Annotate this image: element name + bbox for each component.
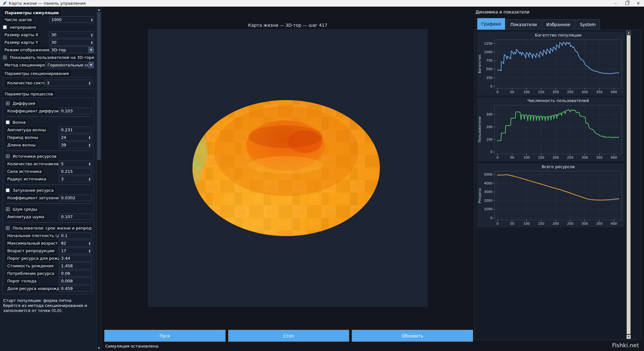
scroll-up-icon[interactable]: ▲ bbox=[626, 31, 631, 35]
spinbox[interactable]: 3▲▼ bbox=[45, 80, 92, 86]
param-group: Количество секторов3▲▼ bbox=[3, 77, 94, 89]
svg-text:150: 150 bbox=[538, 90, 544, 94]
spinbox[interactable]: 1000▲▼ bbox=[49, 16, 94, 23]
sidebar-scrollbar[interactable]: ▲ ▼ bbox=[97, 8, 101, 350]
param-label: непрерывно bbox=[8, 25, 37, 30]
spinbox[interactable]: 30▲▼ bbox=[49, 31, 94, 38]
spin-arrows-icon[interactable]: ▲▼ bbox=[90, 18, 94, 22]
scroll-down-icon[interactable]: ▼ bbox=[97, 346, 101, 350]
checkbox[interactable]: ✕ bbox=[3, 56, 7, 59]
svg-text:250: 250 bbox=[567, 222, 573, 225]
spinbox[interactable]: 82▲▼ bbox=[59, 240, 92, 246]
field-value: 82 bbox=[61, 241, 66, 246]
entry-field[interactable]: 3.44 bbox=[59, 255, 92, 262]
refresh-button[interactable]: Обновить bbox=[352, 330, 473, 342]
torus-3d-canvas[interactable] bbox=[148, 29, 428, 307]
entry-field[interactable]: 0.107 bbox=[59, 213, 92, 220]
field-value: 17 bbox=[61, 248, 66, 253]
svg-text:350: 350 bbox=[596, 222, 602, 225]
entry-field[interactable]: 0.1 bbox=[59, 232, 92, 239]
checkbox[interactable] bbox=[6, 189, 9, 192]
param-row: Размер карты X30▲▼ bbox=[3, 31, 94, 38]
svg-text:Пользователи: Пользователи bbox=[478, 117, 482, 143]
field-value: 3.44 bbox=[61, 256, 70, 261]
svg-text:200: 200 bbox=[552, 222, 559, 225]
entry-field[interactable]: 0.103 bbox=[59, 108, 92, 114]
svg-text:4000: 4000 bbox=[484, 181, 492, 185]
spin-arrows-icon[interactable]: ▲▼ bbox=[87, 143, 92, 147]
param-row: Количество секторов3▲▼ bbox=[6, 80, 92, 86]
param-row: Коэффициент диффузии0.103 bbox=[6, 108, 92, 114]
spinbox[interactable]: 39▲▼ bbox=[59, 142, 92, 148]
start-button[interactable]: Пуск bbox=[104, 330, 225, 342]
stop-button[interactable]: Стоп bbox=[228, 330, 349, 342]
checkbox[interactable]: ✕ bbox=[6, 102, 9, 105]
spinbox[interactable]: 5▲▼ bbox=[59, 161, 92, 167]
charts-scrollbar[interactable]: ▲ ▼ bbox=[626, 31, 631, 339]
param-row: Амплитуда шума0.107 bbox=[6, 213, 92, 220]
maximize-button[interactable] bbox=[621, 0, 633, 7]
spinbox[interactable]: 17▲▼ bbox=[59, 247, 92, 254]
entry-field[interactable]: 0.459 bbox=[59, 285, 92, 292]
param-row: Волна bbox=[6, 119, 92, 126]
combobox[interactable]: 3D-тор▼ bbox=[49, 47, 94, 53]
scroll-down-icon[interactable]: ▼ bbox=[626, 335, 631, 339]
tab-charts[interactable]: Графики bbox=[477, 18, 505, 30]
field-value: 39 bbox=[61, 143, 66, 147]
spin-arrows-icon[interactable]: ▲▼ bbox=[87, 241, 92, 245]
param-label: Источники ресурсов bbox=[11, 154, 58, 159]
simulation-controls: Пуск Стоп Обновить bbox=[104, 330, 473, 342]
section-header: Параметры секционирования bbox=[3, 71, 94, 76]
entry-field[interactable]: 0.06 bbox=[59, 270, 92, 277]
scroll-up-icon[interactable]: ▲ bbox=[97, 8, 101, 12]
scrollbar-thumb[interactable] bbox=[627, 35, 630, 334]
spin-arrows-icon[interactable]: ▲▼ bbox=[87, 249, 92, 253]
entry-field[interactable]: 0.008 bbox=[59, 278, 92, 284]
svg-text:0: 0 bbox=[497, 156, 499, 159]
tab-system[interactable]: System bbox=[575, 19, 600, 30]
chevron-down-icon[interactable]: ▼ bbox=[88, 62, 94, 68]
scrollbar-thumb[interactable] bbox=[97, 12, 101, 160]
spinbox[interactable]: 3▲▼ bbox=[59, 176, 92, 182]
param-row: ✕Источники ресурсов bbox=[6, 153, 92, 160]
svg-text:50: 50 bbox=[510, 90, 514, 94]
section-header: Параметры симуляции bbox=[3, 10, 94, 15]
spin-arrows-icon[interactable]: ▲▼ bbox=[90, 41, 94, 44]
field-value: 3 bbox=[61, 177, 64, 181]
field-value: 24 bbox=[61, 135, 66, 140]
checkbox[interactable]: ✕ bbox=[6, 226, 9, 230]
spinbox[interactable]: 30▲▼ bbox=[49, 39, 94, 46]
tab-indicators[interactable]: Показатели bbox=[506, 19, 541, 30]
param-row: Стоимость рождения1.458 bbox=[6, 263, 92, 269]
entry-field[interactable]: 0.215 bbox=[59, 168, 92, 175]
field-value: 0.008 bbox=[61, 279, 73, 283]
checkbox[interactable] bbox=[3, 25, 7, 29]
param-label: Стоимость рождения bbox=[6, 263, 55, 269]
entry-field[interactable]: 1.458 bbox=[59, 263, 92, 269]
svg-text:250: 250 bbox=[567, 90, 573, 94]
svg-text:100: 100 bbox=[524, 222, 530, 225]
param-label: Радиус источника bbox=[6, 176, 47, 182]
combobox[interactable]: Горизонтальные сек▼ bbox=[45, 62, 94, 68]
entry-field[interactable]: 0.0302 bbox=[59, 195, 92, 201]
chevron-down-icon[interactable]: ▼ bbox=[88, 47, 94, 53]
spin-arrows-icon[interactable]: ▲▼ bbox=[87, 81, 92, 85]
spinbox[interactable]: 24▲▼ bbox=[59, 134, 92, 141]
watermark: Fishki.net bbox=[612, 342, 639, 348]
param-row: Количество источников5▲▼ bbox=[6, 161, 92, 167]
spin-arrows-icon[interactable]: ▲▼ bbox=[90, 33, 94, 37]
tab-favorites[interactable]: Избранное bbox=[542, 19, 575, 30]
chart-resources: 0501001502002503003504000100020003000400… bbox=[477, 163, 625, 227]
svg-text:0: 0 bbox=[497, 90, 499, 94]
checkbox[interactable]: ✕ bbox=[6, 155, 9, 158]
checkbox[interactable]: ✕ bbox=[6, 207, 9, 211]
spin-arrows-icon[interactable]: ▲▼ bbox=[87, 162, 92, 166]
spin-arrows-icon[interactable]: ▲▼ bbox=[87, 177, 92, 181]
spin-arrows-icon[interactable]: ▲▼ bbox=[87, 136, 92, 139]
checkbox[interactable] bbox=[6, 121, 9, 124]
close-button[interactable]: ✕ bbox=[633, 0, 644, 7]
entry-field[interactable]: 0.231 bbox=[59, 127, 92, 133]
param-label: Сила источника bbox=[6, 169, 43, 174]
minimize-button[interactable]: – bbox=[610, 0, 621, 7]
svg-text:300: 300 bbox=[486, 112, 492, 116]
